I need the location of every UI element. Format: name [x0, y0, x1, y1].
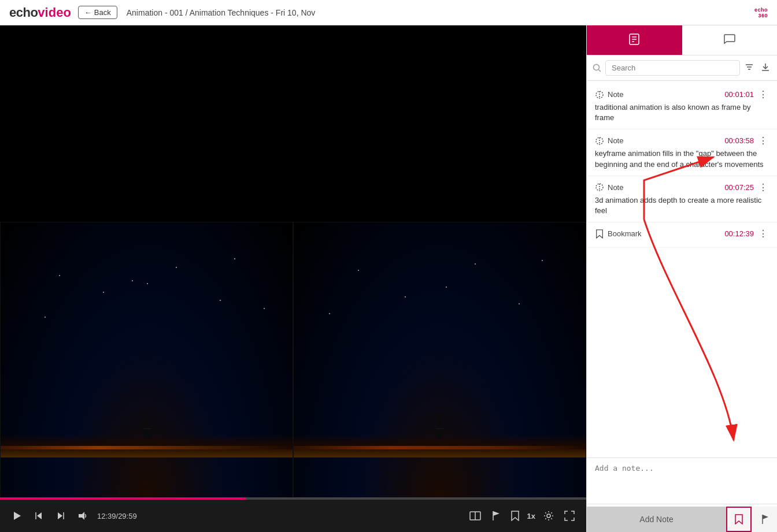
note-icon-3 — [595, 183, 604, 192]
note-actions-4: 00:12:39 ⋮ — [724, 228, 769, 239]
note-menu-2[interactable]: ⋮ — [757, 135, 769, 146]
progress-bar-container[interactable] — [0, 497, 586, 500]
scene-left — [1, 222, 293, 499]
note-timestamp-4[interactable]: 00:12:39 — [724, 229, 754, 238]
bookmark-footer-button[interactable] — [726, 507, 752, 532]
note-content-2: keyframe animation fills in the "gap" be… — [595, 148, 769, 169]
tab-notes[interactable] — [587, 25, 682, 55]
video-area: 12:39/29:59 — [0, 25, 586, 532]
scene-right — [294, 222, 586, 499]
settings-button[interactable] — [541, 508, 556, 523]
screen-layout-button[interactable] — [467, 509, 483, 523]
play-button[interactable] — [9, 508, 24, 523]
bookmark-icon-4 — [595, 229, 604, 239]
note-menu-4[interactable]: ⋮ — [757, 228, 769, 239]
note-content-3: 3d animation adds depth to create a more… — [595, 195, 769, 216]
bookmark-button[interactable] — [509, 508, 521, 523]
logo-echo-text: echo — [9, 5, 38, 20]
search-input[interactable] — [605, 60, 740, 76]
note-item-2: Note 00:03:58 ⋮ keyframe animation fills… — [587, 129, 777, 176]
svg-point-11 — [547, 514, 550, 518]
note-type-label-2: Note — [608, 136, 623, 145]
note-actions-2: 00:03:58 ⋮ — [724, 135, 769, 146]
figure-right — [436, 414, 444, 438]
video-content — [0, 25, 586, 500]
skip-forward-button[interactable] — [53, 508, 68, 523]
back-label: Back — [94, 8, 111, 17]
back-arrow-icon: ← — [84, 8, 92, 17]
svg-marker-2 — [37, 512, 42, 519]
svg-marker-31 — [735, 515, 742, 524]
sidebar-tabs — [587, 25, 777, 55]
search-icon — [593, 64, 602, 73]
note-header-1: Note 00:01:01 ⋮ — [595, 89, 769, 100]
speed-badge: 1x — [527, 512, 535, 520]
stars-left — [1, 250, 293, 416]
volume-button[interactable] — [75, 508, 90, 523]
note-type-label-4: Bookmark — [608, 229, 642, 238]
echo360-line1: echo — [754, 7, 768, 13]
logo-video-text: video — [38, 5, 71, 20]
add-note-button[interactable]: Add Note — [587, 507, 726, 532]
svg-marker-5 — [79, 512, 84, 520]
breadcrumb: Animation - 001 / Animation Techniques -… — [127, 8, 316, 17]
logo: echovideo — [9, 5, 71, 20]
note-type-label-1: Note — [608, 90, 623, 99]
note-icon-1 — [595, 90, 604, 99]
svg-marker-0 — [14, 512, 21, 520]
note-type-1: Note — [595, 90, 623, 99]
svg-marker-33 — [763, 515, 768, 519]
note-type-2: Note — [595, 136, 623, 146]
video-top — [0, 25, 586, 222]
note-timestamp-3[interactable]: 00:07:25 — [724, 183, 754, 192]
stars-right — [294, 250, 586, 416]
add-note-footer: Add Note — [587, 507, 777, 532]
note-header-3: Note 00:07:25 ⋮ — [595, 182, 769, 193]
svg-point-16 — [594, 64, 600, 70]
flag-button[interactable] — [489, 508, 503, 523]
note-actions-1: 00:01:01 ⋮ — [724, 89, 769, 100]
svg-marker-4 — [58, 512, 62, 519]
note-actions-3: 00:07:25 ⋮ — [724, 182, 769, 193]
svg-marker-9 — [493, 511, 500, 516]
svg-line-17 — [599, 69, 601, 72]
filter-button[interactable] — [743, 61, 755, 75]
progress-bar-fill — [0, 497, 246, 500]
note-item-1: Note 00:01:01 ⋮ traditional animation is… — [587, 83, 777, 129]
note-menu-3[interactable]: ⋮ — [757, 182, 769, 193]
video-panel-left — [0, 222, 293, 500]
notes-list: Note 00:01:01 ⋮ traditional animation is… — [587, 81, 777, 457]
note-type-label-3: Note — [608, 183, 623, 192]
sidebar-search-bar — [587, 55, 777, 81]
note-type-4: Bookmark — [595, 229, 642, 239]
note-icon-2 — [595, 136, 604, 146]
controls-bar: 12:39/29:59 — [0, 500, 586, 532]
download-button[interactable] — [760, 61, 771, 75]
echo360-line2: 360 — [754, 13, 768, 18]
note-type-3: Note — [595, 183, 623, 192]
flag-footer-button[interactable] — [752, 507, 777, 532]
echo360-logo: echo 360 — [754, 7, 768, 18]
main-layout: 12:39/29:59 — [0, 25, 777, 532]
note-menu-1[interactable]: ⋮ — [757, 89, 769, 100]
skip-back-button[interactable] — [31, 508, 46, 523]
svg-marker-29 — [597, 230, 603, 238]
video-bottom — [0, 222, 586, 500]
note-timestamp-2[interactable]: 00:03:58 — [724, 136, 754, 145]
fullscreen-button[interactable] — [562, 508, 577, 523]
note-header-4: Bookmark 00:12:39 ⋮ — [595, 228, 769, 239]
sidebar: Note 00:01:01 ⋮ traditional animation is… — [586, 25, 777, 532]
video-panel-right — [293, 222, 586, 500]
horizon-line-right — [294, 446, 586, 449]
svg-marker-10 — [512, 511, 519, 520]
add-note-area: Add Note — [587, 457, 777, 532]
time-display: 12:39/29:59 — [97, 512, 137, 520]
horizon-line-left — [1, 446, 293, 449]
figure-left — [143, 414, 151, 438]
note-timestamp-1[interactable]: 00:01:01 — [724, 90, 754, 99]
tab-chat[interactable] — [682, 25, 778, 55]
note-item-3: Note 00:07:25 ⋮ 3d animation adds depth … — [587, 176, 777, 222]
note-content-1: traditional animation is also known as f… — [595, 102, 769, 123]
add-note-textarea[interactable] — [587, 458, 777, 504]
back-button[interactable]: ← Back — [78, 6, 117, 19]
